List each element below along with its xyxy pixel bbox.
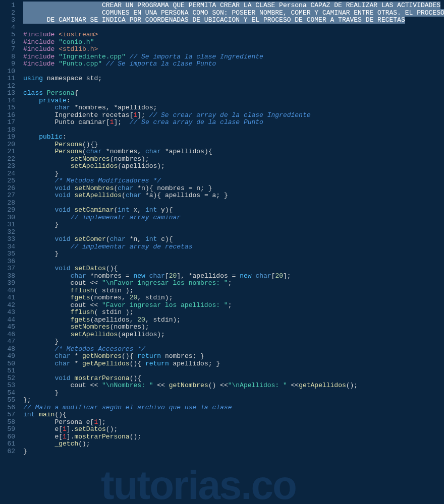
code-line[interactable]: cout << "\nNombres: " << getNombres() <<… [23,382,444,390]
code-line[interactable]: setApellidos(apellidos); [23,331,444,339]
code-line[interactable] [23,83,444,90]
line-number: 27 [2,192,15,200]
code-line[interactable]: DE CAMINAR SE INDICA POR COORDENADAS DE … [23,17,444,24]
code-line[interactable]: } [23,448,444,456]
line-number: 55 [2,397,15,404]
code-editor[interactable]: 1234567891011121314151617181920212223242… [0,0,444,504]
line-number: 58 [2,419,15,426]
code-line[interactable]: _getch(); [23,440,444,448]
code-line[interactable]: /* Metodos Modificadores */ [23,177,444,185]
code-line[interactable]: setNombres(nombres); [23,324,444,331]
code-line[interactable]: class Persona{ [23,90,444,97]
code-line[interactable] [23,68,444,76]
code-line[interactable]: Punto caminar[1]; // Se crea array de la… [23,119,444,127]
code-line[interactable] [23,258,444,266]
code-line[interactable] [23,229,444,236]
code-line[interactable]: e[1].setDatos(); [23,426,444,433]
code-line[interactable]: void mostrarPersona(){ [23,375,444,383]
code-line[interactable]: } [23,170,444,178]
line-number: 40 [2,287,15,295]
line-number: 2 [2,10,15,17]
code-line[interactable]: void setComer(char *n, int c){ [23,236,444,243]
line-number: 13 [2,90,15,97]
line-number: 42 [2,302,15,309]
line-number: 14 [2,97,15,105]
code-line[interactable]: #include <iostream> [23,31,444,39]
code-line[interactable] [23,367,444,375]
line-number: 24 [2,170,15,178]
line-number: 43 [2,309,15,317]
line-number: 49 [2,353,15,360]
code-line[interactable]: char *nombres = new char[20], *apellidos… [23,273,444,280]
code-line[interactable]: private: [23,97,444,105]
line-number: 47 [2,338,15,346]
code-line[interactable]: // Main a modificar según el archivo que… [23,404,444,412]
code-line[interactable]: void setNombres(char *n){ nombres = n; } [23,185,444,193]
code-line[interactable]: /* Metodos Accesores */ [23,346,444,353]
line-number: 45 [2,324,15,331]
code-line[interactable]: setNombres(nombres); [23,156,444,163]
line-number: 20 [2,141,15,149]
code-line[interactable]: }; [23,397,444,404]
code-line[interactable]: cout << "Favor ingresar los apellidos: "… [23,302,444,309]
code-line[interactable]: #include "conio.h" [23,39,444,46]
code-line[interactable]: using namespace std; [23,75,444,83]
code-line[interactable]: #include <stdlib.h> [23,46,444,53]
line-number: 35 [2,250,15,258]
code-line[interactable]: Ingrediente recetas[1]; // Se crear arra… [23,112,444,119]
code-line[interactable]: fgets(apellidos, 20, stdin); [23,317,444,324]
line-number: 6 [2,39,15,46]
code-line[interactable]: void setApellidos(char *a){ apellidos = … [23,192,444,200]
code-line[interactable]: public: [23,134,444,141]
code-line[interactable]: fgets(nombres, 20, stdin); [23,294,444,302]
line-number: 8 [2,53,15,61]
line-number: 7 [2,46,15,53]
line-number: 4 [2,24,15,32]
code-line[interactable]: int main(){ [23,411,444,419]
code-line[interactable]: CREAR UN PROGRAMA QUE PERMITA CREAR LA C… [23,2,444,10]
code-line[interactable]: Persona(){} [23,141,444,149]
line-number: 59 [2,426,15,433]
code-line[interactable]: // implemenatr array caminar [23,214,444,222]
line-number: 54 [2,390,15,397]
code-line[interactable]: char *nombres, *apellidos; [23,104,444,112]
line-number: 61 [2,440,15,448]
code-area[interactable]: CREAR UN PROGRAMA QUE PERMITA CREAR LA C… [19,0,444,504]
code-line[interactable]: #include "Ingrediente.cpp" // Se importa… [23,53,444,61]
line-number: 1 [2,2,15,10]
code-line[interactable]: fflush( stdin ); [23,287,444,295]
code-line[interactable]: } [23,221,444,229]
line-number: 57 [2,411,15,419]
code-line[interactable]: Persona(char *nombres, char *apellidos){ [23,148,444,156]
code-line[interactable]: cout << "\nFavor ingresar los nombres: "… [23,280,444,287]
line-number: 60 [2,433,15,441]
line-number: 38 [2,273,15,280]
code-line[interactable]: } [23,250,444,258]
line-number: 37 [2,265,15,273]
code-line[interactable] [23,24,444,32]
code-line[interactable]: void setCaminar(int x, int y){ [23,207,444,214]
code-line[interactable]: char * getApellidos(){ return apellidos;… [23,360,444,368]
code-line[interactable]: fflush( stdin ); [23,309,444,317]
code-line[interactable]: e[1].mostrarPersona(); [23,433,444,441]
code-line[interactable] [23,200,444,207]
code-line[interactable] [23,127,444,134]
line-number: 46 [2,331,15,339]
code-line[interactable]: } [23,390,444,397]
line-number: 51 [2,367,15,375]
line-number: 36 [2,258,15,266]
line-number: 53 [2,382,15,390]
code-line[interactable]: // implementar array de recetas [23,243,444,251]
code-line[interactable]: #include "Punto.cpp" // Se importa la cl… [23,60,444,68]
code-line[interactable]: setApellidos(apellidos); [23,163,444,170]
code-line[interactable]: Persona e[1]; [23,419,444,426]
line-number: 12 [2,83,15,90]
line-number: 48 [2,346,15,353]
code-line[interactable]: char * getNombres(){ return nombres; } [23,353,444,360]
code-line[interactable]: COMUNES EN UNA PERSONA COMO SON: POSEER … [23,10,444,17]
line-number: 11 [2,75,15,83]
code-line[interactable]: void setDatos(){ [23,265,444,273]
line-number: 62 [2,448,15,456]
code-line[interactable]: } [23,338,444,346]
line-number: 23 [2,163,15,170]
